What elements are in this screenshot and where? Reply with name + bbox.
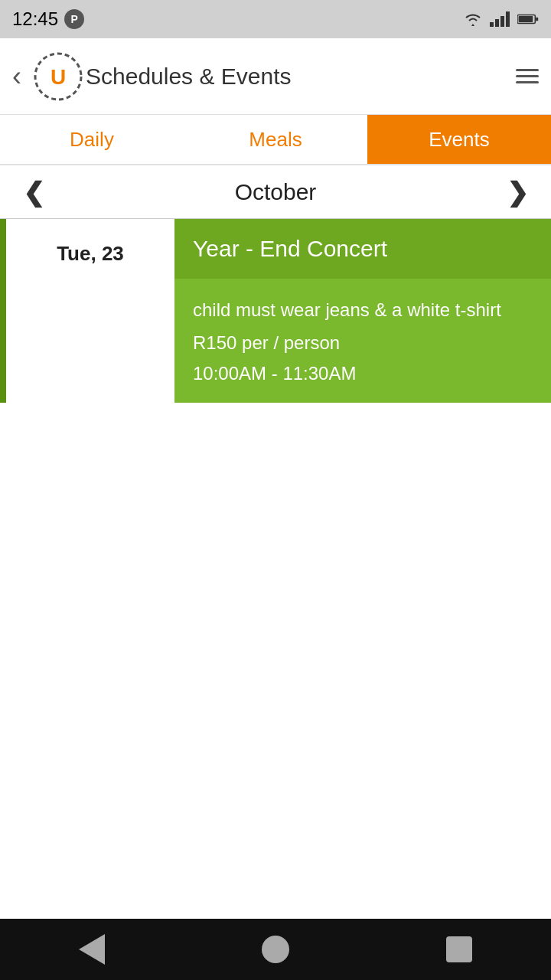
event-date: Tue, 23 [57, 242, 124, 266]
event-accent-bar [0, 219, 6, 403]
back-button[interactable]: ‹ [12, 60, 21, 93]
svg-rect-1 [495, 19, 499, 27]
status-bar: 12:45 P [0, 0, 551, 38]
svg-text:U: U [51, 65, 66, 89]
bottom-navigation [0, 919, 551, 980]
event-title-block[interactable]: Year - End Concert [174, 219, 551, 279]
event-title: Year - End Concert [193, 236, 387, 262]
status-p-icon: P [64, 9, 84, 29]
status-icons [462, 11, 539, 27]
nav-home-button[interactable] [262, 936, 289, 963]
home-icon [262, 936, 289, 963]
nav-back-button[interactable] [79, 934, 105, 965]
wifi-icon [462, 11, 484, 27]
menu-button[interactable] [516, 69, 539, 83]
recent-icon [446, 936, 472, 962]
status-time: 12:45 [12, 8, 58, 30]
prev-month-button[interactable]: ❮ [15, 177, 52, 207]
event-items: Year - End Concert child must wear jeans… [174, 219, 551, 403]
tab-daily[interactable]: Daily [0, 115, 184, 164]
event-description: child must wear jeans & a white t-shirt [193, 297, 533, 323]
next-month-button[interactable]: ❯ [499, 177, 536, 207]
month-navigation: ❮ October ❯ [0, 165, 551, 219]
svg-rect-5 [519, 16, 533, 22]
svg-rect-0 [490, 22, 494, 27]
tab-events[interactable]: Events [367, 115, 551, 164]
tab-meals[interactable]: Meals [184, 115, 367, 164]
header: ‹ U Schedules & Events [0, 38, 551, 115]
tabs: Daily Meals Events [0, 115, 551, 165]
svg-rect-3 [506, 11, 510, 27]
app-logo: U [31, 49, 86, 104]
event-time: 10:00AM - 11:30AM [193, 363, 533, 384]
event-price: R150 per / person [193, 332, 533, 354]
event-detail-block[interactable]: child must wear jeans & a white t-shirt … [174, 279, 551, 403]
nav-recent-button[interactable] [446, 936, 472, 962]
back-icon [79, 934, 105, 965]
event-date-column: Tue, 23 [6, 219, 174, 403]
svg-rect-2 [500, 16, 504, 27]
signal-icon [490, 11, 511, 27]
battery-icon [517, 11, 539, 27]
svg-rect-6 [536, 18, 538, 21]
events-list: Tue, 23 Year - End Concert child must we… [0, 219, 551, 403]
event-row: Tue, 23 Year - End Concert child must we… [0, 219, 551, 403]
current-month-label: October [235, 179, 317, 205]
header-title: Schedules & Events [86, 64, 516, 90]
